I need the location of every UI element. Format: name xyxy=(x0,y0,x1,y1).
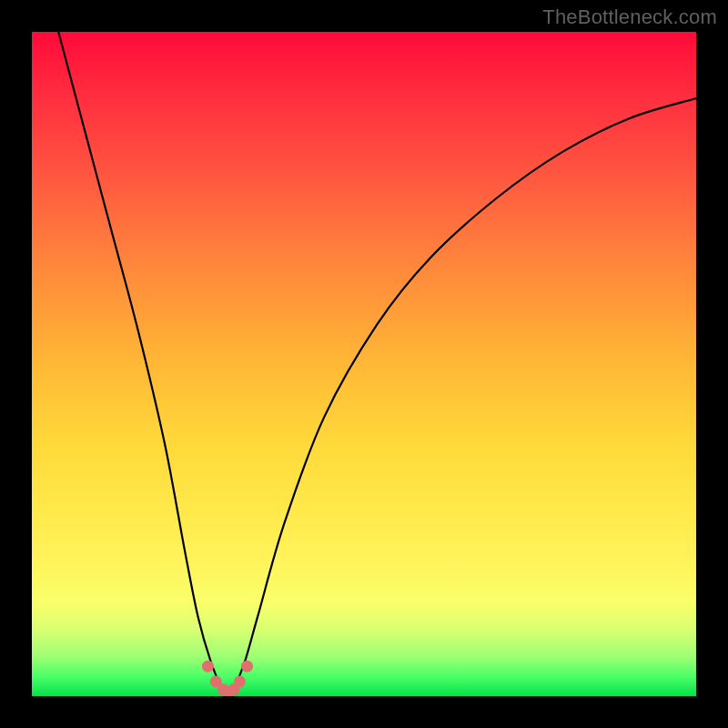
bottleneck-curve-path xyxy=(58,32,696,693)
valley-dot xyxy=(234,675,246,687)
valley-dots-group xyxy=(202,661,253,696)
plot-area xyxy=(32,32,696,696)
valley-dot xyxy=(241,661,253,672)
watermark-text: TheBottleneck.com xyxy=(542,5,717,29)
chart-frame: TheBottleneck.com xyxy=(0,0,728,728)
curve-svg xyxy=(32,32,696,696)
valley-dot xyxy=(202,661,214,672)
